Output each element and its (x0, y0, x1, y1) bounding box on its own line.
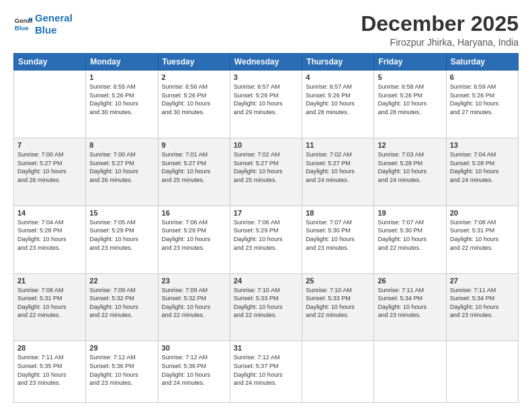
day-number: 25 (306, 277, 370, 285)
table-row: 21Sunrise: 7:08 AM Sunset: 5:31 PM Dayli… (14, 273, 86, 341)
table-row: 4Sunrise: 6:57 AM Sunset: 5:26 PM Daylig… (302, 71, 374, 138)
col-saturday: Saturday (446, 54, 518, 71)
day-number: 6 (450, 73, 515, 81)
table-row: 10Sunrise: 7:02 AM Sunset: 5:27 PM Dayli… (230, 138, 302, 205)
table-row: 6Sunrise: 6:59 AM Sunset: 5:26 PM Daylig… (446, 71, 518, 138)
day-number: 24 (234, 277, 298, 285)
table-row (374, 341, 446, 403)
day-info: Sunrise: 7:07 AM Sunset: 5:30 PM Dayligh… (306, 218, 370, 252)
day-number: 23 (162, 277, 226, 285)
table-row (14, 71, 86, 138)
day-info: Sunrise: 6:55 AM Sunset: 5:26 PM Dayligh… (89, 83, 154, 116)
calendar-week-row: 7Sunrise: 7:00 AM Sunset: 5:27 PM Daylig… (14, 138, 519, 205)
day-info: Sunrise: 6:58 AM Sunset: 5:26 PM Dayligh… (378, 83, 442, 116)
table-row: 31Sunrise: 7:12 AM Sunset: 5:37 PM Dayli… (230, 341, 302, 403)
day-number: 26 (378, 277, 442, 285)
day-info: Sunrise: 6:56 AM Sunset: 5:26 PM Dayligh… (162, 83, 226, 116)
table-row (446, 341, 518, 403)
day-info: Sunrise: 7:08 AM Sunset: 5:31 PM Dayligh… (17, 286, 82, 320)
day-number: 16 (162, 209, 226, 217)
day-info: Sunrise: 7:02 AM Sunset: 5:27 PM Dayligh… (234, 150, 298, 184)
day-info: Sunrise: 7:09 AM Sunset: 5:32 PM Dayligh… (162, 286, 226, 320)
day-number: 8 (89, 141, 154, 149)
day-info: Sunrise: 7:10 AM Sunset: 5:33 PM Dayligh… (306, 286, 370, 320)
table-row: 9Sunrise: 7:01 AM Sunset: 5:27 PM Daylig… (158, 138, 230, 205)
day-number: 21 (17, 277, 82, 285)
day-info: Sunrise: 6:57 AM Sunset: 5:26 PM Dayligh… (234, 83, 298, 116)
col-tuesday: Tuesday (158, 54, 230, 71)
day-number: 20 (450, 209, 515, 217)
day-info: Sunrise: 7:04 AM Sunset: 5:28 PM Dayligh… (450, 150, 515, 184)
table-row: 30Sunrise: 7:12 AM Sunset: 5:36 PM Dayli… (158, 341, 230, 403)
calendar-week-row: 28Sunrise: 7:11 AM Sunset: 5:35 PM Dayli… (14, 341, 519, 403)
day-info: Sunrise: 7:12 AM Sunset: 5:36 PM Dayligh… (89, 353, 154, 387)
day-number: 15 (89, 209, 154, 217)
main-title: December 2025 (361, 12, 519, 36)
day-info: Sunrise: 7:06 AM Sunset: 5:29 PM Dayligh… (234, 218, 298, 252)
table-row: 16Sunrise: 7:06 AM Sunset: 5:29 PM Dayli… (158, 205, 230, 273)
table-row: 24Sunrise: 7:10 AM Sunset: 5:33 PM Dayli… (230, 273, 302, 341)
day-info: Sunrise: 7:11 AM Sunset: 5:35 PM Dayligh… (17, 353, 82, 387)
svg-text:Blue: Blue (15, 24, 29, 32)
day-number: 13 (450, 141, 515, 149)
table-row: 14Sunrise: 7:04 AM Sunset: 5:28 PM Dayli… (14, 205, 86, 273)
table-row: 27Sunrise: 7:11 AM Sunset: 5:34 PM Dayli… (446, 273, 518, 341)
table-row: 12Sunrise: 7:03 AM Sunset: 5:28 PM Dayli… (374, 138, 446, 205)
day-number: 11 (306, 141, 370, 149)
day-info: Sunrise: 7:00 AM Sunset: 5:27 PM Dayligh… (89, 150, 154, 184)
day-info: Sunrise: 7:02 AM Sunset: 5:27 PM Dayligh… (306, 150, 370, 184)
table-row: 1Sunrise: 6:55 AM Sunset: 5:26 PM Daylig… (86, 71, 158, 138)
day-number: 18 (306, 209, 370, 217)
title-block: December 2025 Firozpur Jhirka, Haryana, … (361, 12, 519, 48)
day-number: 10 (234, 141, 298, 149)
table-row (302, 341, 374, 403)
day-info: Sunrise: 7:05 AM Sunset: 5:29 PM Dayligh… (89, 218, 154, 252)
day-number: 3 (234, 73, 298, 81)
calendar-week-row: 21Sunrise: 7:08 AM Sunset: 5:31 PM Dayli… (14, 273, 519, 341)
table-row: 22Sunrise: 7:09 AM Sunset: 5:32 PM Dayli… (86, 273, 158, 341)
day-info: Sunrise: 6:59 AM Sunset: 5:26 PM Dayligh… (450, 83, 515, 116)
calendar-table: Sunday Monday Tuesday Wednesday Thursday… (13, 53, 519, 403)
day-info: Sunrise: 7:12 AM Sunset: 5:36 PM Dayligh… (162, 353, 226, 387)
calendar-week-row: 14Sunrise: 7:04 AM Sunset: 5:28 PM Dayli… (14, 205, 519, 273)
col-wednesday: Wednesday (230, 54, 302, 71)
table-row: 29Sunrise: 7:12 AM Sunset: 5:36 PM Dayli… (86, 341, 158, 403)
day-info: Sunrise: 7:04 AM Sunset: 5:28 PM Dayligh… (17, 218, 82, 252)
day-info: Sunrise: 7:11 AM Sunset: 5:34 PM Dayligh… (378, 286, 442, 320)
table-row: 3Sunrise: 6:57 AM Sunset: 5:26 PM Daylig… (230, 71, 302, 138)
table-row: 28Sunrise: 7:11 AM Sunset: 5:35 PM Dayli… (14, 341, 86, 403)
table-row: 13Sunrise: 7:04 AM Sunset: 5:28 PM Dayli… (446, 138, 518, 205)
table-row: 25Sunrise: 7:10 AM Sunset: 5:33 PM Dayli… (302, 273, 374, 341)
day-number: 9 (162, 141, 226, 149)
day-number: 1 (89, 73, 154, 81)
col-monday: Monday (86, 54, 158, 71)
day-number: 7 (17, 141, 82, 149)
col-thursday: Thursday (302, 54, 374, 71)
day-number: 30 (162, 344, 226, 352)
table-row: 11Sunrise: 7:02 AM Sunset: 5:27 PM Dayli… (302, 138, 374, 205)
day-info: Sunrise: 7:12 AM Sunset: 5:37 PM Dayligh… (234, 353, 298, 387)
table-row: 19Sunrise: 7:07 AM Sunset: 5:30 PM Dayli… (374, 205, 446, 273)
day-number: 29 (89, 344, 154, 352)
day-info: Sunrise: 7:10 AM Sunset: 5:33 PM Dayligh… (234, 286, 298, 320)
day-number: 19 (378, 209, 442, 217)
day-info: Sunrise: 7:06 AM Sunset: 5:29 PM Dayligh… (162, 218, 226, 252)
day-number: 2 (162, 73, 226, 81)
day-number: 14 (17, 209, 82, 217)
table-row: 5Sunrise: 6:58 AM Sunset: 5:26 PM Daylig… (374, 71, 446, 138)
day-number: 31 (234, 344, 298, 352)
day-number: 17 (234, 209, 298, 217)
day-number: 22 (89, 277, 154, 285)
day-number: 4 (306, 73, 370, 81)
logo: General Blue General Blue (13, 12, 73, 36)
day-info: Sunrise: 7:03 AM Sunset: 5:28 PM Dayligh… (378, 150, 442, 184)
logo-icon: General Blue (13, 15, 32, 34)
day-number: 27 (450, 277, 515, 285)
logo-text: General Blue (35, 12, 73, 36)
table-row: 15Sunrise: 7:05 AM Sunset: 5:29 PM Dayli… (86, 205, 158, 273)
day-info: Sunrise: 7:09 AM Sunset: 5:32 PM Dayligh… (89, 286, 154, 320)
day-info: Sunrise: 7:11 AM Sunset: 5:34 PM Dayligh… (450, 286, 515, 320)
table-row: 2Sunrise: 6:56 AM Sunset: 5:26 PM Daylig… (158, 71, 230, 138)
table-row: 23Sunrise: 7:09 AM Sunset: 5:32 PM Dayli… (158, 273, 230, 341)
day-info: Sunrise: 7:01 AM Sunset: 5:27 PM Dayligh… (162, 150, 226, 184)
